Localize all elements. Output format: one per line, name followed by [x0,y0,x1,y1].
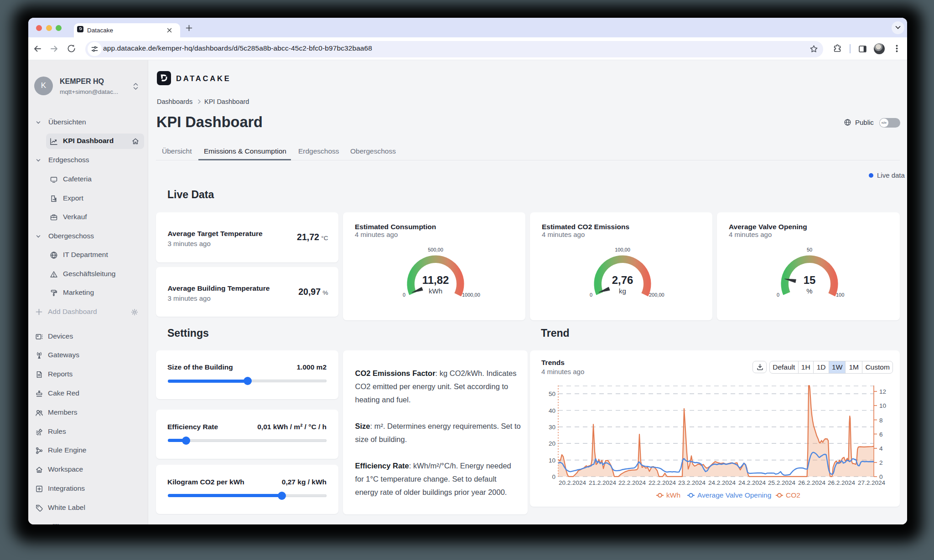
svg-text:kWh: kWh [429,287,442,295]
svg-text:1000,00: 1000,00 [462,292,480,298]
svg-text:CO2: CO2 [786,491,800,499]
svg-text:kWh: kWh [666,491,680,499]
svg-text:6: 6 [879,431,883,438]
svg-text:500,00: 500,00 [428,247,443,252]
svg-text:22.2.2024: 22.2.2024 [649,479,676,486]
svg-text:25.2.2024: 25.2.2024 [768,479,796,486]
svg-text:30: 30 [549,424,555,431]
svg-text:24.2.2024: 24.2.2024 [708,479,736,486]
svg-text:20.2.2024: 20.2.2024 [559,479,586,486]
svg-text:0: 0 [552,473,555,480]
svg-text:10: 10 [879,402,886,409]
svg-text:%: % [806,287,812,295]
svg-text:27.2.2024: 27.2.2024 [858,479,886,486]
svg-text:2,76: 2,76 [612,274,633,286]
svg-text:26.2.2024: 26.2.2024 [798,479,826,486]
svg-text:200,00: 200,00 [649,292,664,298]
svg-text:21.2.2024: 21.2.2024 [589,479,617,486]
svg-text:50: 50 [806,247,812,252]
svg-text:kg: kg [619,287,626,295]
svg-text:0: 0 [776,292,779,298]
svg-text:2: 2 [879,459,883,466]
svg-text:0: 0 [402,292,405,298]
svg-text:11,82: 11,82 [422,274,449,286]
svg-text:15: 15 [803,274,815,286]
svg-text:50: 50 [549,390,555,397]
svg-text:10: 10 [549,457,555,464]
svg-text:23.2.2024: 23.2.2024 [678,479,706,486]
svg-text:100,00: 100,00 [615,247,630,252]
svg-text:100: 100 [836,292,844,298]
svg-text:22.2.2024: 22.2.2024 [618,479,646,486]
svg-text:12: 12 [879,388,886,395]
svg-text:8: 8 [879,417,883,424]
svg-text:26.2.2024: 26.2.2024 [828,479,856,486]
svg-text:Average Valve Opening: Average Valve Opening [697,491,771,499]
svg-text:4: 4 [879,445,883,452]
svg-text:20: 20 [549,440,555,447]
svg-text:0: 0 [589,292,592,298]
svg-text:24.2.2024: 24.2.2024 [738,479,766,486]
svg-text:40: 40 [549,407,555,414]
